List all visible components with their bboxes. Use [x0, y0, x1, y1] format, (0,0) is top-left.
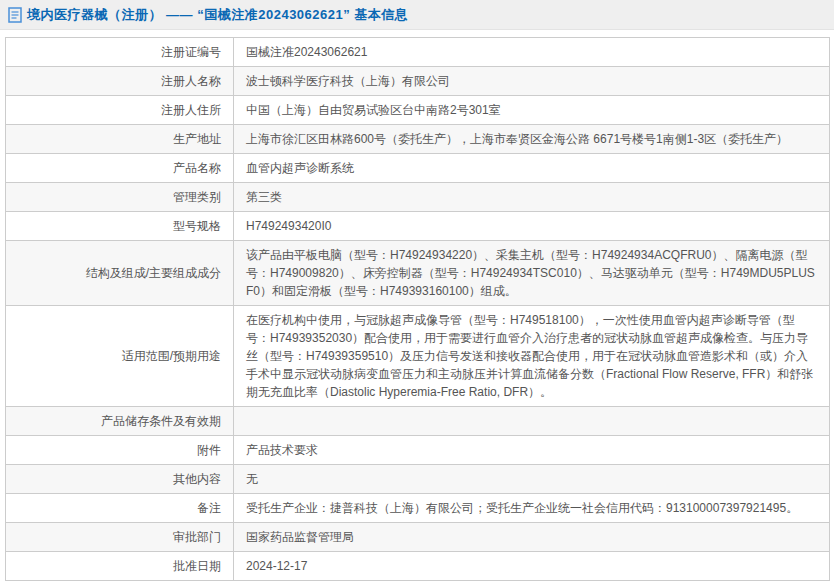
row-label-text: 管理类别	[173, 190, 221, 204]
table-row: 产品名称 血管内超声诊断系统	[6, 154, 830, 183]
row-value: 该产品由平板电脑（型号：H74924934220）、采集主机（型号：H74924…	[234, 241, 830, 306]
row-label: 生产地址	[6, 125, 234, 154]
table-wrap: 注册证编号 国械注准20243062621 注册人名称 波士顿科学医疗科技（上海…	[0, 30, 834, 581]
table-row: 管理类别 第三类	[6, 183, 830, 212]
table-row: 注册证编号 国械注准20243062621	[6, 38, 830, 67]
row-label: 注册人名称	[6, 67, 234, 96]
row-label: 产品名称	[6, 154, 234, 183]
row-label-text: 生产地址	[173, 132, 221, 146]
row-value: 国械注准20243062621	[234, 38, 830, 67]
row-value: 在医疗机构中使用，与冠脉超声成像导管（型号：H749518100），一次性使用血…	[234, 306, 830, 407]
table-row: 型号规格 H7492493420I0	[6, 212, 830, 241]
row-label: 产品储存条件及有效期	[6, 407, 234, 436]
row-value: H7492493420I0	[234, 212, 830, 241]
row-label: 管理类别	[6, 183, 234, 212]
row-label: 型号规格	[6, 212, 234, 241]
row-label: 注册证编号	[6, 38, 234, 67]
table-row: 注册人住所 中国（上海）自由贸易试验区台中南路2号301室	[6, 96, 830, 125]
row-label: 备注	[6, 494, 234, 523]
row-label-text: 批准日期	[173, 559, 221, 573]
row-label-text: 注册人住所	[161, 103, 221, 117]
row-label: 附件	[6, 436, 234, 465]
row-label: 结构及组成/主要组成成分	[6, 241, 234, 306]
row-value: 国家药品监督管理局	[234, 523, 830, 552]
row-label: 批准日期	[6, 552, 234, 581]
table-row: 审批部门 国家药品监督管理局	[6, 523, 830, 552]
registration-table: 注册证编号 国械注准20243062621 注册人名称 波士顿科学医疗科技（上海…	[5, 37, 830, 581]
table-row: 备注 受托生产企业：捷普科技（上海）有限公司；受托生产企业统一社会信用代码：91…	[6, 494, 830, 523]
table-row: 生产地址 上海市徐汇区田林路600号（委托生产），上海市奉贤区金海公路 6671…	[6, 125, 830, 154]
table-row: 附件 产品技术要求	[6, 436, 830, 465]
row-value: 无	[234, 465, 830, 494]
table-row: 适用范围/预期用途 在医疗机构中使用，与冠脉超声成像导管（型号：H7495181…	[6, 306, 830, 407]
row-label-text: 型号规格	[173, 219, 221, 233]
row-label-text: 其他内容	[173, 472, 221, 486]
row-label-text: 审批部门	[173, 530, 221, 544]
table-row: 注册人名称 波士顿科学医疗科技（上海）有限公司	[6, 67, 830, 96]
row-value: 产品技术要求	[234, 436, 830, 465]
row-label-text: 适用范围/预期用途	[122, 349, 221, 363]
row-label-text: 备注	[197, 501, 221, 515]
row-label-text: 产品名称	[173, 161, 221, 175]
row-label-text: 注册人名称	[161, 74, 221, 88]
row-label-text: 结构及组成/主要组成成分	[86, 266, 221, 280]
row-label: 注册人住所	[6, 96, 234, 125]
header-bar: 境内医疗器械（注册） —— “国械注准20243062621” 基本信息	[0, 0, 834, 30]
registration-table-body: 注册证编号 国械注准20243062621 注册人名称 波士顿科学医疗科技（上海…	[6, 38, 830, 581]
row-label: 适用范围/预期用途	[6, 306, 234, 407]
row-value: 受托生产企业：捷普科技（上海）有限公司；受托生产企业统一社会信用代码：91310…	[234, 494, 830, 523]
table-row: 产品储存条件及有效期	[6, 407, 830, 436]
row-value: 中国（上海）自由贸易试验区台中南路2号301室	[234, 96, 830, 125]
row-value: 血管内超声诊断系统	[234, 154, 830, 183]
row-value	[234, 407, 830, 436]
row-label-text: 产品储存条件及有效期	[101, 414, 221, 428]
row-label-text: 注册证编号	[161, 45, 221, 59]
table-row: 结构及组成/主要组成成分 该产品由平板电脑（型号：H74924934220）、采…	[6, 241, 830, 306]
page-title: 境内医疗器械（注册） —— “国械注准20243062621” 基本信息	[27, 6, 408, 24]
row-label-text: 附件	[197, 443, 221, 457]
row-label: 审批部门	[6, 523, 234, 552]
row-value: 第三类	[234, 183, 830, 212]
table-row: 批准日期 2024-12-17	[6, 552, 830, 581]
document-icon	[8, 7, 22, 23]
row-value: 波士顿科学医疗科技（上海）有限公司	[234, 67, 830, 96]
row-value: 上海市徐汇区田林路600号（委托生产），上海市奉贤区金海公路 6671号楼号1南…	[234, 125, 830, 154]
table-row: 其他内容 无	[6, 465, 830, 494]
row-value: 2024-12-17	[234, 552, 830, 581]
row-label: 其他内容	[6, 465, 234, 494]
